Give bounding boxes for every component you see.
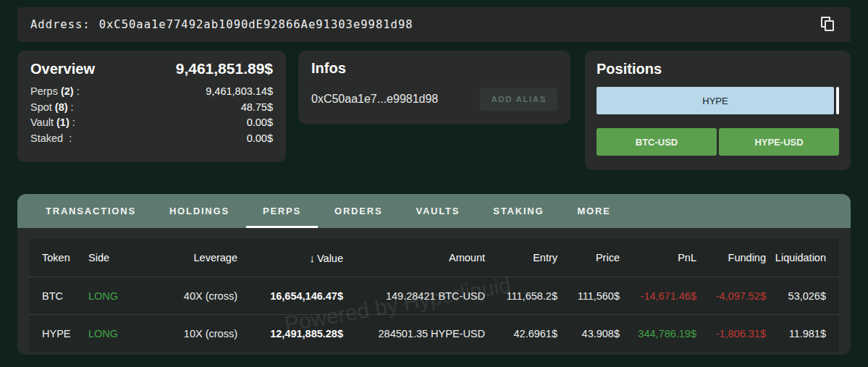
tab-staking[interactable]: STAKING (476, 194, 560, 228)
cell-leverage: 40X (cross) (149, 290, 237, 302)
col-header-liquidation[interactable]: Liquidation (766, 252, 826, 263)
address-bar: Address: 0xC50aa1e77492ab1090dE92866Ae91… (17, 7, 851, 42)
cell-entry: 111,658.2$ (485, 290, 557, 302)
overview-row-spot: Spot(8): 48.75$ (30, 100, 273, 116)
cell-amount: 149.28421 BTC-USD (343, 290, 485, 302)
perps-table: Token Side Leverage ↓Value Amount Entry … (29, 239, 839, 352)
overview-row-value: 0.00$ (247, 131, 273, 147)
overview-row-count: (2) (61, 85, 74, 97)
perp-segment-hype-usd[interactable]: HYPE-USD (719, 128, 839, 156)
overview-row-vault: Vault(1): 0.00$ (30, 115, 273, 131)
tab-transactions[interactable]: TRANSACTIONS (29, 194, 153, 228)
overview-row-staked: Staked: 0.00$ (30, 131, 273, 147)
perp-positions-bar: BTC-USD HYPE-USD (597, 128, 839, 156)
infos-address-short: 0xC50aa1e7...e9981d98 (311, 93, 438, 106)
col-header-amount[interactable]: Amount (343, 252, 485, 263)
cell-side: LONG (88, 290, 149, 302)
col-header-pnl[interactable]: PnL (620, 252, 696, 263)
address-label: Address: (30, 18, 90, 31)
tab-vaults[interactable]: VAULTS (399, 194, 476, 228)
overview-row-value: 9,461,803.14$ (206, 84, 273, 100)
cell-token: BTC (42, 290, 88, 302)
cell-side: LONG (88, 328, 149, 339)
col-header-value-label: Value (317, 253, 343, 264)
cell-price: 111,560$ (557, 290, 620, 302)
col-header-entry[interactable]: Entry (485, 252, 557, 263)
overview-row-value: 0.00$ (247, 115, 273, 131)
copy-icon-front (825, 20, 834, 31)
tab-bar: TRANSACTIONS HOLDINGS PERPS ORDERS VAULT… (17, 194, 851, 228)
overview-row-count: (1) (56, 117, 69, 128)
cell-funding: -1,806.31$ (696, 328, 766, 339)
overview-rows: Perps(2): 9,461,803.14$ Spot(8): 48.75$ … (30, 84, 273, 146)
overview-row-perps: Perps(2): 9,461,803.14$ (30, 84, 273, 100)
cell-amount: 284501.35 HYPE-USD (343, 328, 485, 339)
copy-icon[interactable] (819, 15, 838, 34)
overview-row-colon: : (69, 132, 72, 144)
overview-title: Overview (30, 61, 95, 77)
col-header-value[interactable]: ↓Value (237, 252, 343, 264)
cell-pnl: -14,671.46$ (620, 290, 696, 302)
tab-more[interactable]: MORE (560, 194, 627, 228)
positions-title: Positions (597, 61, 662, 77)
col-header-price[interactable]: Price (557, 252, 620, 263)
cell-liquidation: 11.981$ (766, 328, 826, 339)
address-value: 0xC50aa1e77492ab1090dE92866Ae91303e9981d… (99, 18, 413, 31)
overview-row-value: 48.75$ (241, 100, 273, 116)
tab-orders[interactable]: ORDERS (318, 194, 399, 228)
overview-row-label: Vault (30, 117, 54, 128)
spot-segment-hype[interactable]: HYPE (597, 87, 834, 114)
tab-perps[interactable]: PERPS (246, 194, 318, 228)
overview-total: 9,461,851.89$ (176, 60, 273, 77)
sort-descending-icon: ↓ (309, 252, 315, 264)
overview-row-colon: : (71, 101, 74, 113)
main-panel: TRANSACTIONS HOLDINGS PERPS ORDERS VAULT… (17, 194, 851, 355)
cell-funding: -4,097.52$ (696, 290, 766, 302)
tab-holdings[interactable]: HOLDINGS (153, 194, 246, 228)
col-header-token[interactable]: Token (42, 252, 88, 263)
spot-positions-bar: HYPE (597, 87, 839, 114)
perp-segment-btc-usd[interactable]: BTC-USD (597, 128, 717, 156)
overview-row-label: Staked (30, 132, 63, 144)
col-header-side[interactable]: Side (88, 252, 149, 263)
spot-segment-other[interactable] (836, 87, 839, 114)
cell-liquidation: 53,026$ (766, 290, 826, 302)
overview-row-label: Spot (30, 101, 52, 113)
overview-row-colon: : (77, 85, 80, 97)
cell-value: 16,654,146.47$ (237, 290, 343, 302)
cell-entry: 42.6961$ (485, 328, 557, 339)
cell-token: HYPE (42, 328, 88, 339)
col-header-leverage[interactable]: Leverage (149, 252, 237, 263)
table-header-row: Token Side Leverage ↓Value Amount Entry … (29, 239, 839, 277)
table-row-hype[interactable]: HYPE LONG 10X (cross) 12,491,885.28$ 284… (29, 314, 839, 352)
infos-title: Infos (311, 60, 346, 76)
cell-price: 43.908$ (557, 328, 620, 339)
cell-leverage: 10X (cross) (149, 328, 237, 339)
table-row-btc[interactable]: BTC LONG 40X (cross) 16,654,146.47$ 149.… (29, 277, 839, 314)
add-alias-button[interactable]: ADD ALIAS (480, 88, 557, 111)
overview-row-colon: : (72, 117, 75, 128)
overview-card: Overview 9,461,851.89$ Perps(2): 9,461,8… (17, 51, 286, 162)
overview-row-count: (8) (55, 101, 68, 113)
col-header-funding[interactable]: Funding (696, 252, 766, 263)
page: Address: 0xC50aa1e77492ab1090dE92866Ae91… (0, 0, 868, 367)
cell-pnl: 344,786.19$ (620, 328, 696, 339)
infos-card: Infos 0xC50aa1e7...e9981d98 ADD ALIAS (298, 51, 570, 124)
positions-card: Positions HYPE BTC-USD HYPE-USD (585, 51, 851, 170)
cell-value: 12,491,885.28$ (237, 328, 343, 339)
overview-row-label: Perps (30, 85, 58, 97)
